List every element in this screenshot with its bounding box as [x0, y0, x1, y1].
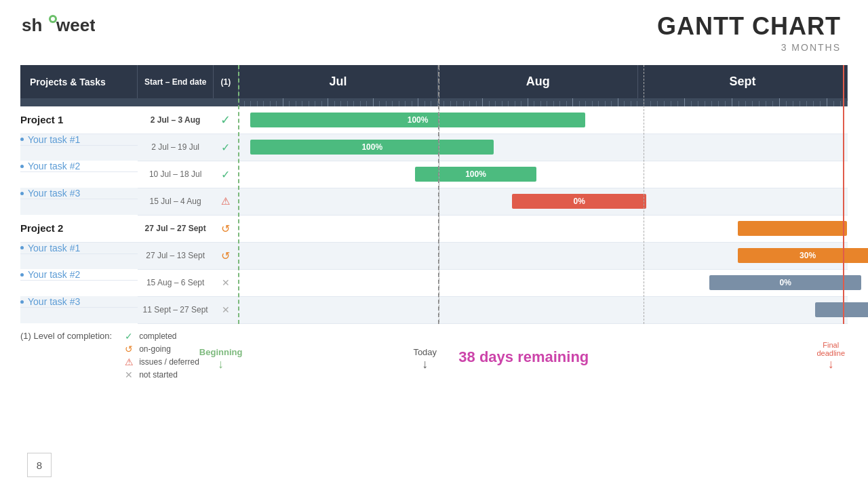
task-2-3-dates: 11 Sept – 27 Sept — [138, 296, 214, 323]
svg-point-2 — [51, 17, 55, 21]
project-2-dates: 27 Jul – 27 Sept — [138, 215, 214, 242]
completed-icon: ✓ — [123, 331, 135, 342]
task-1-1-status: ✓ — [214, 134, 239, 161]
col-header-aug: Aug — [438, 65, 638, 98]
issues-icon: ⚠ — [123, 357, 135, 367]
col-header-dates: Start – End date — [138, 65, 214, 98]
project-1-dates: 2 Jul – 3 Aug — [138, 106, 214, 134]
legend-title: (1) Level of completion: — [20, 331, 112, 341]
notstarted-label: not started — [139, 370, 178, 380]
logo-svg: sh weet — [20, 12, 95, 38]
project-2-bar — [738, 221, 848, 236]
main-title: Gantt Chart — [657, 12, 841, 41]
svg-text:sh: sh — [22, 15, 42, 35]
task-2-3-bar: 0% — [815, 302, 868, 317]
svg-text:weet: weet — [56, 15, 95, 35]
task-2-2-status: ✕ — [214, 269, 239, 296]
col-header-projects: Projects & Tasks — [20, 65, 138, 98]
task-2-1-status: ↺ — [214, 242, 239, 269]
project-2-name: Project 2 — [20, 215, 138, 242]
project-1-row: Project 1 2 Jul – 3 Aug ✓ 100% — [20, 106, 848, 134]
task-1-1-bar-cell: 100% — [238, 134, 847, 161]
task-1-2-bar: 100% — [415, 167, 537, 182]
task-2-1-row: Your task #1 27 Jul – 13 Sept ↺ 30% — [20, 242, 848, 269]
col-header-sept: Sept — [638, 65, 848, 98]
task-2-1-bar: 30% — [738, 248, 868, 263]
task-1-3-bar: 0% — [512, 194, 646, 209]
beginning-arrow: ↓ — [218, 357, 224, 371]
legend-items: ✓ completed ↺ on-going ⚠ issues / deferr… — [123, 331, 199, 380]
task-1-3-dates: 15 Jul – 4 Aug — [138, 188, 214, 215]
legend-issues: ⚠ issues / deferred — [123, 357, 199, 367]
task-2-1-name: Your task #1 — [20, 243, 138, 254]
annotations-area: Beginning ↓ Today ↓ 38 days remaining Fi… — [199, 331, 848, 371]
task-1-3-name: Your task #3 — [20, 188, 138, 199]
task-1-2-status: ✓ — [214, 161, 239, 188]
deadline-annotation: Finaldeadline ↓ — [816, 341, 845, 371]
today-label: Today — [413, 347, 437, 357]
project-1-name: Project 1 — [20, 106, 138, 134]
deadline-arrow: ↓ — [828, 357, 834, 371]
task-1-3-status: ⚠ — [214, 188, 239, 215]
remaining-label: 38 days remaining — [458, 348, 589, 365]
beginning-label: Beginning — [199, 347, 243, 357]
header: sh weet Gantt Chart 3 Months — [0, 0, 868, 60]
task-1-1-row: Your task #1 2 Jul – 19 Jul ✓ 100% — [20, 134, 848, 161]
beginning-annotation: Beginning ↓ — [199, 347, 243, 371]
task-1-2-row: Your task #2 10 Jul – 18 Jul ✓ 100% — [20, 161, 848, 188]
deadline-label: Finaldeadline — [816, 341, 845, 357]
task-2-3-row: Your task #3 11 Sept – 27 Sept ✕ 0% — [20, 296, 848, 323]
col-header-status: (1) — [214, 65, 239, 98]
task-2-2-bar: 0% — [709, 275, 862, 290]
logo: sh weet — [20, 12, 95, 38]
task-1-2-name: Your task #2 — [20, 161, 138, 172]
gantt-header-row: Projects & Tasks Start – End date (1) Ju… — [20, 65, 848, 98]
tick-row — [20, 98, 848, 106]
task-2-2-row: Your task #2 15 Aug – 6 Sept ✕ 0% — [20, 269, 848, 296]
today-annotation: Today ↓ — [413, 347, 437, 371]
task-2-2-bar-cell: 0% — [238, 269, 847, 296]
project-2-bar-cell — [238, 215, 847, 242]
gantt-chart: Projects & Tasks Start – End date (1) Ju… — [20, 65, 848, 324]
project-1-status: ✓ — [214, 106, 239, 134]
legend-notstarted: ✕ not started — [123, 369, 199, 380]
project-1-bar: 100% — [250, 113, 585, 127]
project-2-status: ↺ — [214, 215, 239, 242]
today-arrow: ↓ — [422, 357, 428, 371]
task-2-3-name: Your task #3 — [20, 296, 138, 308]
task-2-2-dates: 15 Aug – 6 Sept — [138, 269, 214, 296]
ongoing-icon: ↺ — [123, 344, 135, 354]
task-2-2-name: Your task #2 — [20, 269, 138, 281]
task-2-1-bar-cell: 30% — [238, 242, 847, 269]
remaining-annotation: 38 days remaining — [458, 348, 589, 366]
legend-ongoing: ↺ on-going — [123, 344, 199, 354]
task-1-1-dates: 2 Jul – 19 Jul — [138, 134, 214, 161]
subtitle: 3 Months — [657, 42, 841, 53]
ongoing-label: on-going — [139, 344, 171, 354]
task-1-2-dates: 10 Jul – 18 Jul — [138, 161, 214, 188]
gantt-table: Projects & Tasks Start – End date (1) Ju… — [20, 65, 848, 324]
task-1-3-row: Your task #3 15 Jul – 4 Aug ⚠ 0% — [20, 188, 848, 215]
legend: (1) Level of completion: ✓ completed ↺ o… — [20, 331, 199, 380]
task-2-3-bar-cell: 0% — [238, 296, 847, 323]
col-header-jul: Jul — [238, 65, 438, 98]
issues-label: issues / deferred — [139, 357, 199, 367]
project-1-bar-cell: 100% — [238, 106, 847, 134]
notstarted-icon: ✕ — [123, 369, 135, 380]
page-number: 8 — [27, 453, 52, 477]
task-1-1-bar: 100% — [250, 140, 494, 155]
legend-completed: ✓ completed — [123, 331, 199, 342]
task-1-3-bar-cell: 0% — [238, 188, 847, 215]
title-area: Gantt Chart 3 Months — [657, 12, 841, 53]
task-2-3-status: ✕ — [214, 296, 239, 323]
task-2-1-dates: 27 Jul – 13 Sept — [138, 242, 214, 269]
bottom-area: (1) Level of completion: ✓ completed ↺ o… — [0, 324, 868, 380]
task-1-1-name: Your task #1 — [20, 134, 138, 146]
completed-label: completed — [139, 331, 176, 341]
project-2-row: Project 2 27 Jul – 27 Sept ↺ — [20, 215, 848, 242]
task-1-2-bar-cell: 100% — [238, 161, 847, 188]
